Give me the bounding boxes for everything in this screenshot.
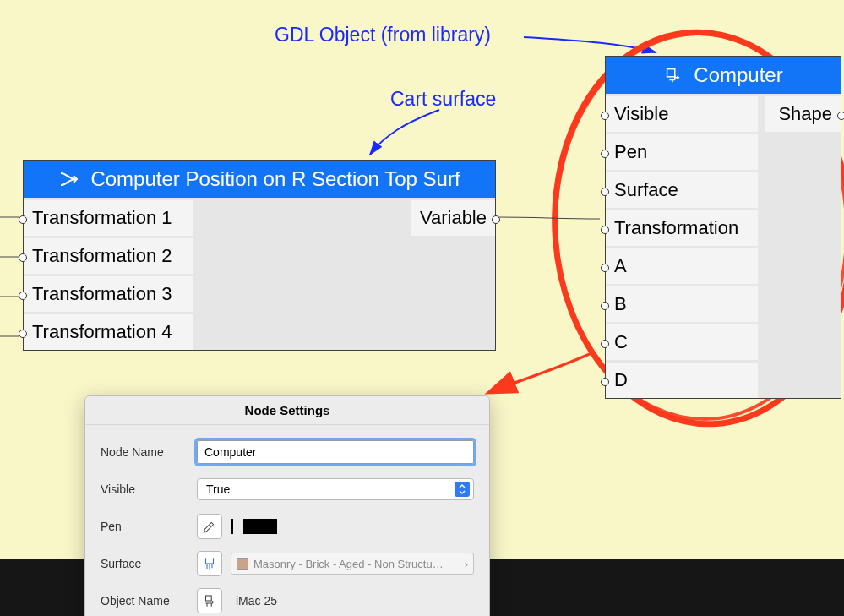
- brush-icon: [202, 556, 217, 571]
- surface-value[interactable]: Masonry - Brick - Aged - Non Structu… ›: [231, 553, 474, 575]
- merge-icon: [58, 169, 79, 189]
- label-object-name: Object Name: [101, 594, 185, 608]
- label-pen-field: Pen: [101, 520, 185, 533]
- port-in-surface[interactable]: [601, 188, 609, 196]
- row-object-name: Object Name iMac 25: [101, 582, 474, 616]
- label-transformation-4: Transformation 4: [24, 314, 193, 350]
- port-in-transformation-3[interactable]: [19, 292, 27, 300]
- label-d: D: [606, 363, 758, 398]
- port-in-visible[interactable]: [601, 112, 609, 120]
- input-node-name[interactable]: [197, 440, 474, 464]
- label-visible: Visible: [606, 96, 758, 132]
- node-settings-dialog[interactable]: Node Settings Node Name Visible True Pen: [84, 395, 490, 616]
- label-transformation-3: Transformation 3: [24, 276, 193, 312]
- svg-rect-6: [667, 69, 675, 77]
- surface-picker-button[interactable]: [197, 551, 222, 576]
- surface-text: Masonry - Brick - Aged - Non Structu…: [253, 558, 444, 570]
- port-in-transformation[interactable]: [601, 226, 609, 234]
- annotation-cart: Cart surface: [390, 88, 496, 111]
- row-surface: Surface Masonry - Brick - Aged - Non Str…: [101, 545, 474, 582]
- pen-swatch[interactable]: [243, 519, 277, 534]
- port-in-transformation-2[interactable]: [19, 253, 27, 262]
- port-in-b[interactable]: [601, 302, 609, 310]
- label-b: B: [606, 286, 758, 322]
- label-transformation: Transformation: [606, 210, 758, 246]
- dialog-title: Node Settings: [85, 396, 489, 425]
- row-node-name: Node Name: [101, 433, 474, 471]
- row-pen: Pen: [101, 508, 474, 545]
- chevron-right-icon: ›: [465, 558, 468, 570]
- pen-icon: [202, 519, 217, 534]
- port-in-transformation-4[interactable]: [19, 330, 27, 338]
- port-in-c[interactable]: [601, 340, 609, 348]
- label-surface-field: Surface: [101, 557, 185, 570]
- object-picker-button[interactable]: [197, 588, 222, 613]
- svg-rect-7: [206, 596, 212, 601]
- label-pen: Pen: [606, 134, 758, 170]
- pen-weight-bar: [231, 519, 233, 534]
- chair-icon: [202, 593, 217, 608]
- label-shape: Shape: [765, 96, 841, 132]
- node-computer-header[interactable]: Computer: [606, 57, 841, 94]
- label-variable: Variable: [411, 200, 495, 236]
- label-node-name: Node Name: [101, 445, 185, 459]
- port-in-a[interactable]: [601, 264, 609, 272]
- surface-swatch: [237, 558, 248, 570]
- port-in-d[interactable]: [601, 378, 609, 386]
- port-out-shape[interactable]: [837, 112, 844, 120]
- select-visible-value: True: [206, 482, 230, 496]
- object-icon: [663, 66, 682, 84]
- label-surface: Surface: [606, 172, 758, 208]
- annotation-gdl: GDL Object (from library): [275, 24, 491, 46]
- label-c: C: [606, 324, 758, 360]
- node-computer[interactable]: Computer Visible Shape Pen Surface Trans…: [605, 56, 841, 399]
- row-visible: Visible True: [101, 471, 474, 508]
- label-visible-field: Visible: [101, 482, 185, 496]
- port-out-variable[interactable]: [492, 215, 500, 224]
- port-in-pen[interactable]: [601, 150, 609, 158]
- label-transformation-1: Transformation 1: [24, 200, 193, 236]
- label-transformation-2: Transformation 2: [24, 238, 193, 274]
- pen-picker-button[interactable]: [197, 514, 222, 539]
- label-a: A: [606, 248, 758, 284]
- node-computer-title: Computer: [694, 63, 782, 87]
- node-position-title: Computer Position on R Section Top Surf: [90, 167, 460, 191]
- port-in-transformation-1[interactable]: [19, 215, 27, 224]
- updown-icon: [455, 482, 470, 497]
- select-visible[interactable]: True: [197, 478, 474, 500]
- object-name-value: iMac 25: [231, 594, 474, 608]
- node-position-header[interactable]: Computer Position on R Section Top Surf: [24, 161, 495, 198]
- node-position[interactable]: Computer Position on R Section Top Surf …: [23, 160, 496, 351]
